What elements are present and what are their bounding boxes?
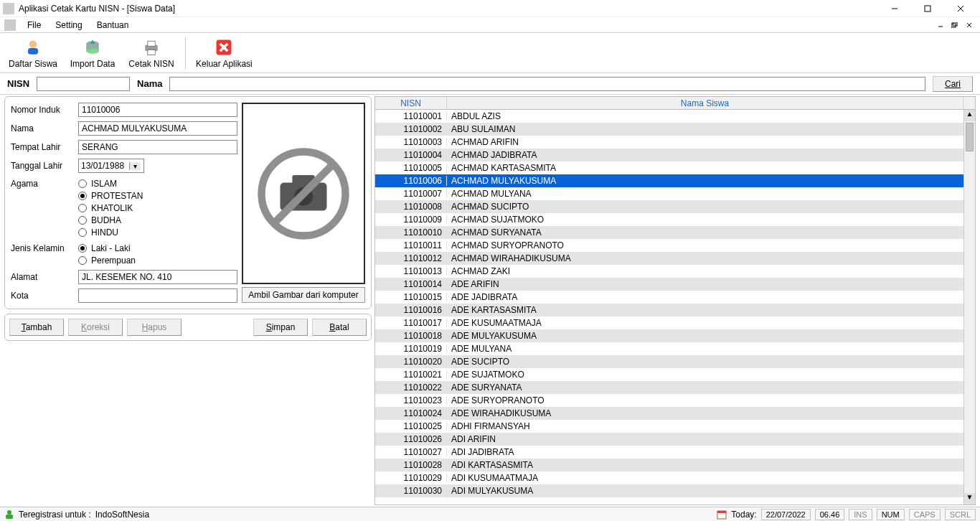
- radio-agama-protestan[interactable]: PROTESTAN: [78, 191, 143, 201]
- cell-nisn: 11010030: [375, 486, 447, 496]
- mdi-close-button[interactable]: [963, 19, 976, 31]
- table-row[interactable]: 11010003ACHMAD ARIFIN: [375, 136, 975, 149]
- table-row[interactable]: 11010002ABU SULAIMAN: [375, 123, 975, 136]
- th-nama[interactable]: Nama Siswa: [447, 97, 963, 109]
- input-tempat-lahir[interactable]: [78, 140, 237, 154]
- table-row[interactable]: 11010025ADHI FIRMANSYAH: [375, 420, 975, 433]
- table-row[interactable]: 11010009ACHMAD SUJATMOKO: [375, 213, 975, 226]
- radio-label: ISLAM: [91, 179, 117, 189]
- table-row[interactable]: 11010004ACHMAD JADIBRATA: [375, 149, 975, 161]
- radio-agama-khatolik[interactable]: KHATOLIK: [78, 203, 143, 213]
- search-nama-input[interactable]: [169, 77, 925, 91]
- cell-nama: ADE SURYOPRANOTO: [447, 395, 975, 405]
- cell-nisn: 11010024: [375, 408, 447, 418]
- toolbar-import-data[interactable]: Import Data: [65, 34, 121, 72]
- simpan-button-label: Simpan: [266, 322, 296, 332]
- radio-agama-budha[interactable]: BUDHA: [78, 215, 143, 225]
- table-row[interactable]: 11010001ABDUL AZIS: [375, 110, 975, 123]
- table-row[interactable]: 11010017ADE KUSUMAATMAJA: [375, 316, 975, 329]
- input-nama[interactable]: [78, 121, 237, 136]
- radio-jk-laki---laki[interactable]: Laki - Laki: [78, 243, 136, 253]
- scroll-up-icon[interactable]: ▲: [964, 110, 975, 121]
- table-row[interactable]: 11010007ACHMAD MULYANA: [375, 187, 975, 200]
- cell-nisn: 11010019: [375, 344, 447, 354]
- radio-agama-islam[interactable]: ISLAM: [78, 179, 143, 189]
- tambah-button[interactable]: Tambah: [9, 319, 64, 336]
- radiogroup-agama: ISLAMPROTESTANKHATOLIKBUDHAHINDU: [78, 177, 143, 238]
- table-row[interactable]: 11010030ADI MULYAKUSUMA: [375, 484, 975, 497]
- cari-button[interactable]: Cari: [933, 76, 973, 92]
- table-row[interactable]: 11010023ADE SURYOPRANOTO: [375, 394, 975, 407]
- cell-nisn: 11010027: [375, 447, 447, 457]
- table-row[interactable]: 11010011ACHMAD SURYOPRANOTO: [375, 239, 975, 252]
- printer-icon: [141, 37, 161, 57]
- svg-rect-28: [717, 511, 726, 513]
- toolbar-cetak-nisn[interactable]: Cetak NISN: [123, 34, 179, 72]
- toolbar-daftar-siswa[interactable]: Daftar Siswa: [4, 34, 62, 72]
- radio-agama-hindu[interactable]: HINDU: [78, 227, 143, 238]
- svg-rect-26: [6, 515, 13, 519]
- table-row[interactable]: 11010026ADI ARIFIN: [375, 433, 975, 446]
- tambah-button-label: Tambah: [22, 322, 52, 332]
- radio-label: Perempuan: [91, 255, 136, 266]
- close-button[interactable]: [944, 0, 977, 17]
- hapus-button[interactable]: Hapus: [127, 319, 182, 336]
- koreksi-button[interactable]: Koreksi: [68, 319, 123, 336]
- maximize-button[interactable]: [911, 0, 944, 17]
- scroll-down-icon[interactable]: ▼: [964, 493, 975, 504]
- ambil-gambar-button[interactable]: Ambil Gambar dari komputer: [242, 287, 365, 303]
- th-nisn[interactable]: NISN: [375, 97, 447, 109]
- mdi-minimize-button[interactable]: [934, 19, 947, 31]
- mdi-restore-button[interactable]: [948, 19, 961, 31]
- simpan-button[interactable]: Simpan: [253, 319, 308, 336]
- table-row[interactable]: 11010012ACHMAD WIRAHADIKUSUMA: [375, 252, 975, 265]
- table-row[interactable]: 11010013ACHMAD ZAKI: [375, 265, 975, 278]
- scroll-thumb[interactable]: [966, 123, 974, 151]
- menu-bantuan[interactable]: Bantuan: [90, 19, 136, 32]
- table-row[interactable]: 11010020ADE SUCIPTO: [375, 355, 975, 368]
- table-row[interactable]: 11010018ADE MULYAKUSUMA: [375, 329, 975, 342]
- search-nisn-input[interactable]: [37, 77, 130, 91]
- svg-rect-1: [925, 6, 930, 11]
- vertical-scrollbar[interactable]: ▲ ▼: [963, 110, 975, 504]
- status-reg-value: IndoSoftNesia: [95, 510, 149, 520]
- menu-file[interactable]: File: [20, 19, 48, 32]
- table-row[interactable]: 11010016ADE KARTASASMITA: [375, 304, 975, 316]
- input-nomor-induk[interactable]: [78, 103, 237, 117]
- table-row[interactable]: 11010022ADE SURYANATA: [375, 381, 975, 394]
- table-row[interactable]: 11010015ADE JADIBRATA: [375, 291, 975, 304]
- table-panel: NISN Nama Siswa 11010001ABDUL AZIS110100…: [374, 96, 976, 505]
- status-ins: INS: [849, 509, 872, 520]
- input-tanggal-lahir-text[interactable]: [79, 159, 129, 172]
- table-row[interactable]: 11010010ACHMAD SURYANATA: [375, 226, 975, 239]
- chevron-down-icon[interactable]: ▾: [129, 162, 141, 170]
- cell-nisn: 11010026: [375, 434, 447, 444]
- cell-nisn: 11010013: [375, 266, 447, 276]
- cell-nisn: 11010023: [375, 395, 447, 405]
- input-kota[interactable]: [78, 288, 237, 303]
- toolbar-keluar[interactable]: Keluar Aplikasi: [192, 34, 257, 72]
- table-row[interactable]: 11010019ADE MULYANA: [375, 342, 975, 355]
- table-row[interactable]: 11010014ADE ARIFIN: [375, 278, 975, 291]
- radio-jk-perempuan[interactable]: Perempuan: [78, 255, 136, 266]
- table-row[interactable]: 11010024ADE WIRAHADIKUSUMA: [375, 407, 975, 420]
- table-row[interactable]: 11010027ADI JADIBRATA: [375, 446, 975, 459]
- cell-nama: ABDUL AZIS: [447, 111, 975, 121]
- table-row[interactable]: 11010005ACHMAD KARTASASMITA: [375, 161, 975, 174]
- cell-nama: ADE SUCIPTO: [447, 357, 975, 367]
- menu-setting[interactable]: Setting: [48, 19, 89, 32]
- calendar-icon: [717, 510, 727, 520]
- table-row[interactable]: 11010021ADE SUJATMOKO: [375, 368, 975, 381]
- input-tanggal-lahir[interactable]: ▾: [78, 159, 144, 173]
- table-row[interactable]: 11010006ACHMAD MULYAKUSUMA: [375, 174, 975, 187]
- status-today-label: Today:: [731, 510, 756, 520]
- cell-nama: ADI MULYAKUSUMA: [447, 486, 975, 496]
- cell-nama: ACHMAD MULYANA: [447, 189, 975, 199]
- batal-button[interactable]: Batal: [312, 319, 367, 336]
- table-row[interactable]: 11010008ACHMAD SUCIPTO: [375, 200, 975, 213]
- minimize-button[interactable]: [878, 0, 911, 17]
- table-row[interactable]: 11010029ADI KUSUMAATMAJA: [375, 471, 975, 484]
- input-alamat[interactable]: [78, 270, 237, 284]
- cell-nama: ADHI FIRMANSYAH: [447, 421, 975, 431]
- table-row[interactable]: 11010028ADI KARTASASMITA: [375, 459, 975, 471]
